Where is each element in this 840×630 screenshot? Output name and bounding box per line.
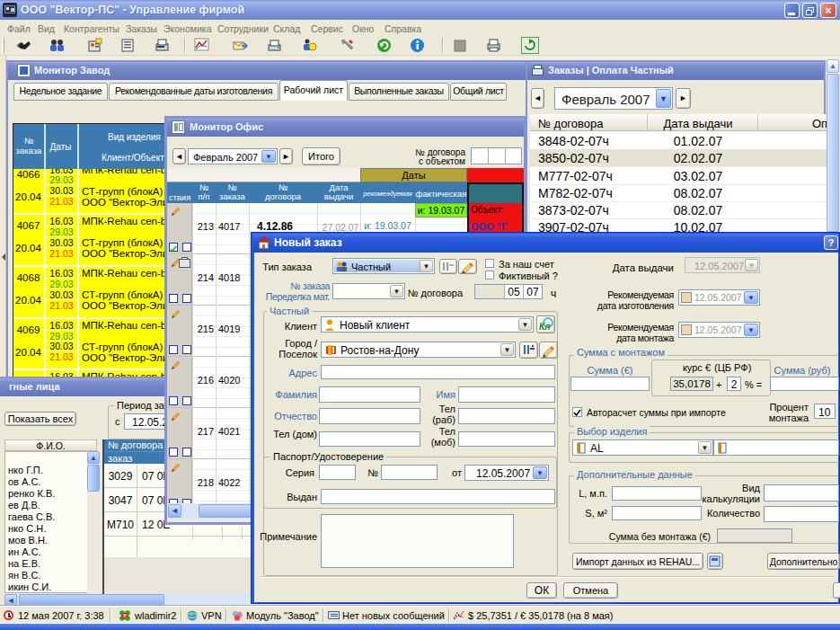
svg-text:Кл: Кл bbox=[539, 322, 551, 332]
